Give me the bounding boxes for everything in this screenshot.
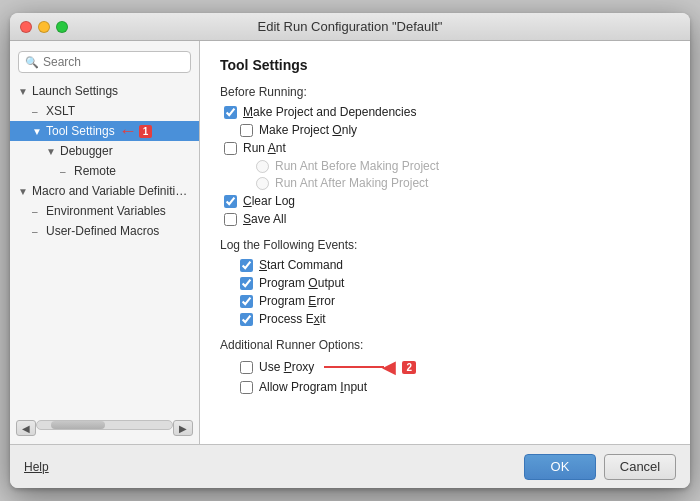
checkbox-program-error[interactable] bbox=[240, 295, 253, 308]
option-row-use-proxy: Use Proxy ◀ 2 bbox=[220, 358, 670, 376]
sidebar-item-tool-settings[interactable]: ▼ Tool Settings ← 1 bbox=[10, 121, 199, 141]
sidebar-item-label: Tool Settings bbox=[46, 124, 115, 138]
sidebar-item-launch-settings[interactable]: ▼ Launch Settings bbox=[10, 81, 199, 101]
toggle-icon: – bbox=[32, 106, 46, 117]
sidebar-item-environment-variables[interactable]: – Environment Variables bbox=[10, 201, 199, 221]
label-program-error: Program Error bbox=[259, 294, 335, 308]
log-events-label: Log the Following Events: bbox=[220, 238, 670, 252]
option-row-clear-log: Clear Log bbox=[220, 194, 670, 208]
option-row-process-exit: Process Exit bbox=[220, 312, 670, 326]
dialog-window: Edit Run Configuration "Default" 🔍 ▼ Lau… bbox=[10, 13, 690, 488]
option-row-make-project-only: Make Project Only bbox=[220, 123, 670, 137]
checkbox-make-project-only[interactable] bbox=[240, 124, 253, 137]
scroll-left-button[interactable]: ◀ bbox=[16, 420, 36, 436]
titlebar: Edit Run Configuration "Default" bbox=[10, 13, 690, 41]
maximize-button[interactable] bbox=[56, 21, 68, 33]
sidebar-item-macro-and-variable[interactable]: ▼ Macro and Variable Definiti… bbox=[10, 181, 199, 201]
arrow-annotation-1: ← bbox=[119, 121, 137, 142]
checkbox-process-exit[interactable] bbox=[240, 313, 253, 326]
checkbox-run-ant[interactable] bbox=[224, 142, 237, 155]
sidebar-item-label: Macro and Variable Definiti… bbox=[32, 184, 187, 198]
search-input[interactable] bbox=[43, 55, 184, 69]
minimize-button[interactable] bbox=[38, 21, 50, 33]
sidebar-item-label: XSLT bbox=[46, 104, 75, 118]
arrow-line bbox=[324, 366, 384, 368]
content-area: 🔍 ▼ Launch Settings – XSLT ▼ Tool Settin… bbox=[10, 41, 690, 444]
window-controls bbox=[20, 21, 68, 33]
window-title: Edit Run Configuration "Default" bbox=[258, 19, 443, 34]
label-allow-program-input: Allow Program Input bbox=[259, 380, 367, 394]
help-button[interactable]: Help bbox=[24, 460, 49, 474]
toggle-icon: – bbox=[60, 166, 74, 177]
label-program-output: Program Output bbox=[259, 276, 344, 290]
arrow-annotation-2: ◀ 2 bbox=[324, 358, 416, 376]
additional-runner-label: Additional Runner Options: bbox=[220, 338, 670, 352]
radio-run-ant-after bbox=[256, 177, 269, 190]
label-run-ant-after: Run Ant After Making Project bbox=[275, 176, 428, 190]
toggle-icon: ▼ bbox=[46, 146, 60, 157]
label-make-project-only: Make Project Only bbox=[259, 123, 357, 137]
label-clear-log: Clear Log bbox=[243, 194, 295, 208]
badge-2: 2 bbox=[402, 361, 416, 374]
toggle-icon: ▼ bbox=[18, 186, 32, 197]
option-row-allow-program-input: Allow Program Input bbox=[220, 380, 670, 394]
label-run-ant: Run Ant bbox=[243, 141, 286, 155]
label-save-all: Save All bbox=[243, 212, 286, 226]
checkbox-save-all[interactable] bbox=[224, 213, 237, 226]
badge-1: 1 bbox=[139, 125, 153, 138]
label-make-project: Make Project and Dependencies bbox=[243, 105, 416, 119]
cancel-button[interactable]: Cancel bbox=[604, 454, 676, 480]
before-running-label: Before Running: bbox=[220, 85, 670, 99]
sidebar-item-label: Environment Variables bbox=[46, 204, 166, 218]
section-title: Tool Settings bbox=[220, 57, 670, 73]
checkbox-make-project[interactable] bbox=[224, 106, 237, 119]
sidebar-scrollbar[interactable]: ◀ ▶ bbox=[10, 418, 199, 438]
radio-run-ant-before bbox=[256, 160, 269, 173]
toggle-icon: ▼ bbox=[32, 126, 46, 137]
label-run-ant-before: Run Ant Before Making Project bbox=[275, 159, 439, 173]
scroll-right-button[interactable]: ▶ bbox=[173, 420, 193, 436]
option-row-run-ant: Run Ant bbox=[220, 141, 670, 155]
search-icon: 🔍 bbox=[25, 56, 39, 69]
close-button[interactable] bbox=[20, 21, 32, 33]
arrow-head-icon: ◀ bbox=[382, 358, 396, 376]
sidebar-item-label: User-Defined Macros bbox=[46, 224, 159, 238]
option-row-save-all: Save All bbox=[220, 212, 670, 226]
label-start-command: Start Command bbox=[259, 258, 343, 272]
ok-button[interactable]: OK bbox=[524, 454, 596, 480]
option-row-make-project: Make Project and Dependencies bbox=[220, 105, 670, 119]
checkbox-start-command[interactable] bbox=[240, 259, 253, 272]
sidebar-item-label: Remote bbox=[74, 164, 116, 178]
option-row-run-ant-before: Run Ant Before Making Project bbox=[220, 159, 670, 173]
main-panel: Tool Settings Before Running: Make Proje… bbox=[200, 41, 690, 444]
scrollbar-thumb[interactable] bbox=[51, 421, 105, 429]
sidebar-item-user-defined-macros[interactable]: – User-Defined Macros bbox=[10, 221, 199, 241]
scrollbar-track[interactable] bbox=[36, 420, 173, 430]
label-process-exit: Process Exit bbox=[259, 312, 326, 326]
sidebar: 🔍 ▼ Launch Settings – XSLT ▼ Tool Settin… bbox=[10, 41, 200, 444]
checkbox-use-proxy[interactable] bbox=[240, 361, 253, 374]
option-row-program-error: Program Error bbox=[220, 294, 670, 308]
toggle-icon: ▼ bbox=[18, 86, 32, 97]
checkbox-program-output[interactable] bbox=[240, 277, 253, 290]
toggle-icon: – bbox=[32, 226, 46, 237]
bottom-bar: Help OK Cancel bbox=[10, 444, 690, 488]
search-box[interactable]: 🔍 bbox=[18, 51, 191, 73]
sidebar-item-remote[interactable]: – Remote bbox=[10, 161, 199, 181]
action-buttons: OK Cancel bbox=[524, 454, 676, 480]
checkbox-allow-program-input[interactable] bbox=[240, 381, 253, 394]
label-use-proxy: Use Proxy bbox=[259, 360, 314, 374]
toggle-icon: – bbox=[32, 206, 46, 217]
sidebar-item-debugger[interactable]: ▼ Debugger bbox=[10, 141, 199, 161]
sidebar-item-xslt[interactable]: – XSLT bbox=[10, 101, 199, 121]
sidebar-item-label: Launch Settings bbox=[32, 84, 118, 98]
option-row-program-output: Program Output bbox=[220, 276, 670, 290]
option-row-start-command: Start Command bbox=[220, 258, 670, 272]
checkbox-clear-log[interactable] bbox=[224, 195, 237, 208]
sidebar-item-label: Debugger bbox=[60, 144, 113, 158]
option-row-run-ant-after: Run Ant After Making Project bbox=[220, 176, 670, 190]
